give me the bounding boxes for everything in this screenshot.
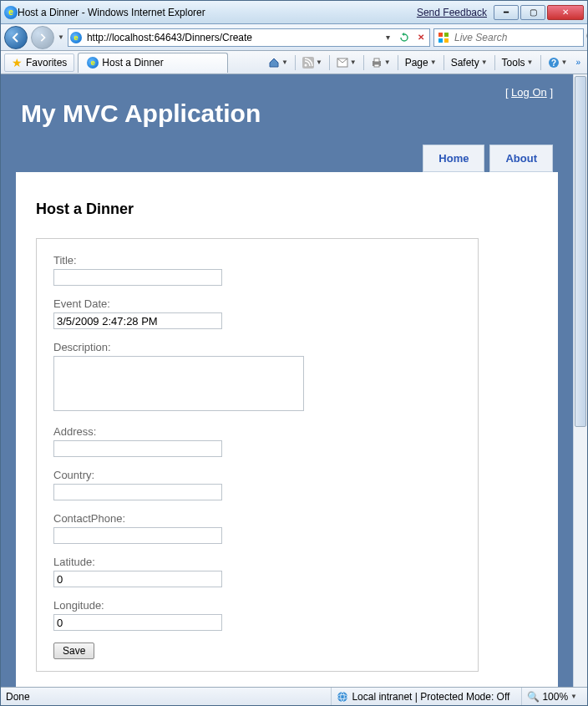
url-dropdown[interactable]: ▾ <box>381 31 394 44</box>
page-tool-button[interactable]: Page▼ <box>402 53 440 72</box>
page-body: [ Log On ] My MVC Application Home About… <box>1 74 573 687</box>
url-input[interactable] <box>85 30 378 45</box>
svg-rect-0 <box>438 33 443 37</box>
svg-rect-9 <box>374 64 379 67</box>
nav-history-dropdown[interactable]: ▼ <box>58 33 64 41</box>
status-bar: Done Local intranet | Protected Mode: Of… <box>1 687 587 705</box>
address-input[interactable] <box>53 440 222 457</box>
description-label: Description: <box>53 341 461 353</box>
country-input[interactable] <box>53 484 222 500</box>
logon-area: [ Log On ] <box>505 86 553 99</box>
favorites-button[interactable]: ★ Favorites <box>4 53 74 72</box>
search-field-wrap: 🔍 <box>433 28 584 47</box>
feeds-tool-button[interactable]: ▼ <box>299 53 326 72</box>
minimize-button[interactable]: ━ <box>494 5 519 20</box>
title-label: Title: <box>53 254 461 267</box>
safety-tool-button[interactable]: Safety▼ <box>448 53 491 72</box>
longitude-input[interactable] <box>53 614 222 631</box>
logon-link[interactable]: Log On <box>511 86 547 99</box>
tab-about[interactable]: About <box>489 145 553 172</box>
send-feedback-link[interactable]: Send Feedback <box>417 7 487 18</box>
tab-page-icon: e <box>87 57 99 69</box>
refresh-button[interactable] <box>398 31 411 44</box>
content-panel: Host a Dinner Title: Event Date: Descrip… <box>16 172 558 687</box>
title-input[interactable] <box>53 269 222 286</box>
latitude-input[interactable] <box>53 571 222 587</box>
contactphone-input[interactable] <box>53 527 222 544</box>
ie-icon: e <box>4 6 18 19</box>
tab-home[interactable]: Home <box>423 145 484 172</box>
forward-button[interactable] <box>31 26 54 49</box>
security-zone[interactable]: Local intranet | Protected Mode: Off <box>331 688 514 705</box>
zoom-dropdown-icon: ▼ <box>570 693 577 700</box>
close-button[interactable]: ✕ <box>547 5 584 20</box>
description-input[interactable] <box>53 356 304 411</box>
browser-tab[interactable]: e Host a Dinner <box>78 53 228 73</box>
contactphone-label: ContactPhone: <box>53 512 461 525</box>
print-tool-button[interactable]: ▼ <box>368 53 394 72</box>
svg-point-5 <box>304 63 307 66</box>
intranet-icon <box>337 691 348 703</box>
tab-title: Host a Dinner <box>102 57 163 69</box>
favorites-label: Favorites <box>26 57 67 69</box>
svg-rect-2 <box>438 38 443 43</box>
zoom-control[interactable]: 🔍 100% ▼ <box>521 688 582 705</box>
toolbar-chevron-icon[interactable]: » <box>572 53 584 72</box>
page-heading: Host a Dinner <box>36 201 538 218</box>
address-bar: ▼ e ▾ ✕ 🔍 <box>1 24 587 51</box>
zone-text: Local intranet | Protected Mode: Off <box>352 691 509 703</box>
svg-rect-1 <box>444 33 449 37</box>
star-icon: ★ <box>12 56 23 69</box>
latitude-label: Latitude: <box>53 556 461 568</box>
zoom-icon: 🔍 <box>527 691 540 703</box>
address-label: Address: <box>53 425 461 438</box>
country-label: Country: <box>53 469 461 481</box>
stop-button[interactable]: ✕ <box>414 31 428 44</box>
command-bar: ★ Favorites e Host a Dinner ▼ ▼ ▼ ▼ Page… <box>1 51 587 74</box>
eventdate-label: Event Date: <box>53 297 461 310</box>
svg-point-12 <box>337 692 347 702</box>
longitude-label: Longitude: <box>53 599 461 612</box>
dinner-form: Title: Event Date: Description: Address: <box>36 238 479 672</box>
back-button[interactable] <box>4 26 28 49</box>
url-field-wrap: e ▾ ✕ <box>68 28 430 47</box>
home-tool-button[interactable]: ▼ <box>265 53 291 72</box>
window-title: Host a Dinner - Windows Internet Explore… <box>18 7 205 18</box>
svg-text:?: ? <box>550 58 555 68</box>
app-title: My MVC Application <box>21 99 553 128</box>
windows-flag-icon <box>438 32 449 43</box>
vertical-scrollbar[interactable] <box>573 74 587 687</box>
zoom-value: 100% <box>542 691 568 703</box>
help-tool-button[interactable]: ? ▼ <box>545 53 571 72</box>
app-header: [ Log On ] My MVC Application <box>16 86 558 141</box>
tools-tool-button[interactable]: Tools▼ <box>499 53 537 72</box>
maximize-button[interactable]: ▢ <box>520 5 545 20</box>
command-toolbar: ▼ ▼ ▼ ▼ Page▼ Safety▼ Tools▼ ? <box>265 53 584 72</box>
browser-viewport: [ Log On ] My MVC Application Home About… <box>1 74 587 687</box>
page-icon: e <box>70 32 82 43</box>
save-button[interactable]: Save <box>53 643 94 659</box>
svg-rect-3 <box>444 38 449 43</box>
search-input[interactable] <box>453 31 582 44</box>
mail-tool-button[interactable]: ▼ <box>333 53 360 72</box>
scrollbar-thumb[interactable] <box>575 76 586 427</box>
status-done: Done <box>6 691 30 703</box>
app-nav: Home About <box>16 141 558 172</box>
eventdate-input[interactable] <box>53 312 222 329</box>
window-titlebar: e Host a Dinner - Windows Internet Explo… <box>1 1 587 24</box>
svg-rect-8 <box>374 58 379 62</box>
